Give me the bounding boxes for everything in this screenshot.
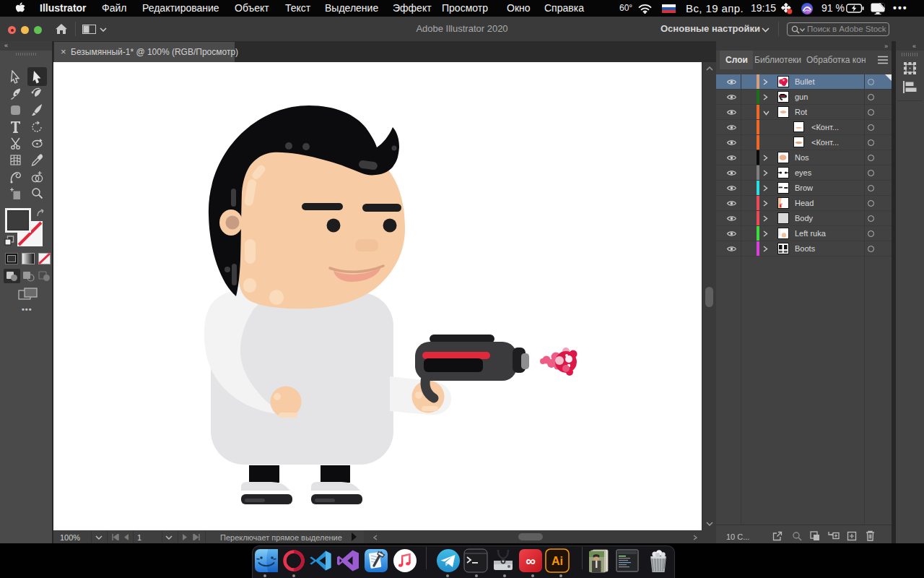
svg-text:∞: ∞: [526, 553, 536, 569]
svg-text:Ai: Ai: [552, 555, 563, 567]
